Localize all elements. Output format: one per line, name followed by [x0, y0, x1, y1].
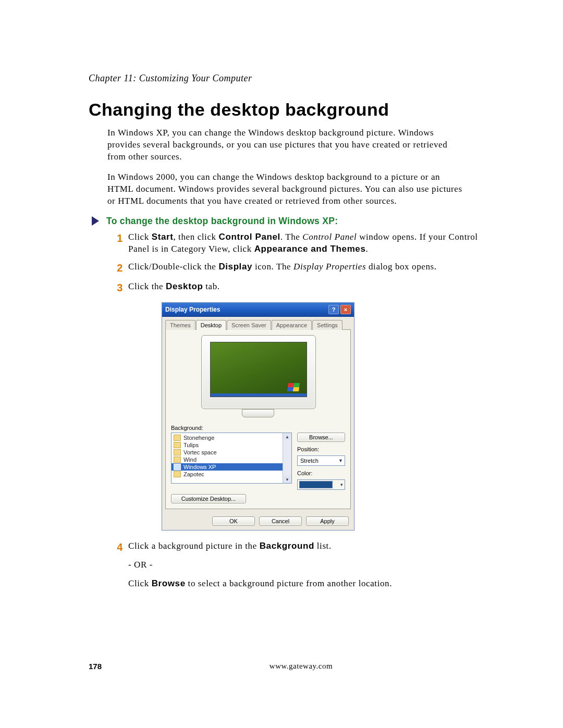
- monitor-screen: [210, 342, 307, 397]
- taskbar-preview: [211, 393, 307, 397]
- list-item[interactable]: Wind: [172, 456, 291, 463]
- text: Click the: [128, 281, 166, 291]
- step-4: 4 Click a background picture in the Back…: [109, 540, 500, 589]
- steps-list-cont: 4 Click a background picture in the Back…: [109, 540, 500, 589]
- ui-start: Start: [152, 232, 174, 242]
- windows-logo-icon: [287, 383, 300, 391]
- step-number: 2: [109, 261, 126, 275]
- ui-control-panel: Control Panel: [219, 232, 280, 242]
- text: , then click: [173, 232, 218, 242]
- text: to select a background picture from anot…: [186, 578, 392, 588]
- tab-themes[interactable]: Themes: [165, 320, 195, 330]
- text: .: [365, 244, 368, 254]
- window-control-panel: Control Panel: [302, 232, 357, 242]
- list-item-label: Vortec space: [183, 449, 217, 455]
- ui-display: Display: [218, 262, 252, 272]
- tab-desktop[interactable]: Desktop: [196, 320, 226, 330]
- step-3: 3 Click the Desktop tab.: [109, 280, 500, 295]
- play-arrow-icon: [92, 216, 99, 226]
- image-icon: [174, 435, 181, 441]
- text: icon. The: [252, 262, 293, 272]
- browse-button[interactable]: Browse...: [297, 433, 345, 442]
- step-alt: Click Browse to select a background pict…: [128, 577, 483, 590]
- chevron-down-icon: ▼: [338, 458, 343, 463]
- text: Click/Double-click the: [128, 262, 218, 272]
- step-2: 2 Click/Double-click the Display icon. T…: [109, 261, 500, 275]
- task-title: To change the desktop background in Wind…: [106, 216, 338, 227]
- color-label: Color:: [297, 470, 345, 476]
- dialog-screenshot: Display Properties ? × Themes Desktop Sc…: [162, 302, 500, 530]
- background-listbox[interactable]: Stonehenge Tulips Vortec space Wind Wind…: [171, 433, 292, 484]
- side-controls: Browse... Position: Stretch ▼ Color: ▾: [297, 433, 345, 490]
- monitor-preview: [201, 335, 315, 418]
- list-item-selected[interactable]: Windows XP: [172, 463, 291, 471]
- monitor-body: [201, 335, 316, 409]
- list-item[interactable]: Tulips: [172, 441, 291, 449]
- close-button[interactable]: ×: [340, 305, 351, 314]
- step-number: 3: [109, 280, 126, 295]
- section-title: Changing the desktop background: [89, 100, 500, 120]
- chevron-down-icon: ▾: [340, 482, 343, 487]
- list-item-label: Wind: [183, 456, 197, 463]
- intro-paragraph-2: In Windows 2000, you can change the Wind…: [107, 171, 467, 207]
- or-separator: - OR -: [128, 559, 483, 571]
- step-number: 1: [109, 231, 126, 256]
- position-value: Stretch: [300, 458, 319, 464]
- tab-screen-saver[interactable]: Screen Saver: [227, 320, 271, 330]
- text: Click a background picture in the: [128, 541, 260, 551]
- text: . The: [280, 232, 302, 242]
- ui-appearance-themes: Appearance and Themes: [254, 244, 366, 254]
- scroll-down-icon[interactable]: ▼: [283, 476, 291, 483]
- dialog-titlebar[interactable]: Display Properties ? ×: [162, 303, 354, 317]
- page-footer: 178 www.gateway.com: [89, 662, 500, 671]
- list-item-label: Windows XP: [183, 464, 216, 470]
- ui-browse: Browse: [152, 578, 186, 588]
- color-swatch-box: [299, 481, 333, 488]
- scrollbar[interactable]: ▲ ▼: [283, 433, 291, 483]
- text: list.: [314, 541, 332, 551]
- step-body: Click the Desktop tab.: [128, 280, 483, 295]
- position-select[interactable]: Stretch ▼: [297, 455, 345, 466]
- image-icon: [174, 456, 181, 463]
- customize-desktop-button[interactable]: Customize Desktop...: [171, 494, 246, 503]
- list-item-label: Tulips: [183, 442, 199, 448]
- manual-page: Chapter 11: Customizing Your Computer Ch…: [0, 0, 563, 728]
- list-item[interactable]: Vortec space: [172, 449, 291, 456]
- ok-button[interactable]: OK: [212, 516, 255, 526]
- color-picker[interactable]: ▾: [297, 479, 345, 490]
- list-item-label: Stonehenge: [183, 435, 214, 441]
- dialog-title-text: Display Properties: [165, 306, 220, 313]
- tab-appearance[interactable]: Appearance: [272, 320, 312, 330]
- chapter-heading: Chapter 11: Customizing Your Computer: [89, 73, 500, 84]
- image-icon: [174, 471, 181, 477]
- cancel-button[interactable]: Cancel: [259, 516, 302, 526]
- steps-list: 1 Click Start, then click Control Panel.…: [109, 231, 500, 295]
- step-number: 4: [109, 540, 126, 589]
- step-body: Click Start, then click Control Panel. T…: [128, 231, 483, 256]
- text: Click: [128, 578, 152, 588]
- page-number: 178: [89, 662, 102, 671]
- scroll-up-icon[interactable]: ▲: [283, 433, 291, 440]
- ui-desktop-tab: Desktop: [166, 281, 203, 291]
- list-item[interactable]: Stonehenge: [172, 434, 291, 441]
- footer-url: www.gateway.com: [102, 662, 500, 671]
- task-heading-row: To change the desktop background in Wind…: [89, 216, 500, 227]
- list-item-label: Zapotec: [183, 471, 204, 477]
- ui-background-list: Background: [260, 541, 314, 551]
- image-icon: [174, 442, 181, 448]
- image-icon: [174, 449, 181, 455]
- display-properties-dialog: Display Properties ? × Themes Desktop Sc…: [162, 302, 354, 530]
- tab-strip: Themes Desktop Screen Saver Appearance S…: [162, 317, 354, 330]
- step-1: 1 Click Start, then click Control Panel.…: [109, 231, 500, 256]
- tab-panel-desktop: Background: Stonehenge Tulips Vortec spa…: [165, 329, 351, 509]
- help-button[interactable]: ?: [328, 305, 339, 314]
- dialog-footer: OK Cancel Apply: [162, 512, 354, 530]
- position-label: Position:: [297, 446, 345, 452]
- intro-paragraph-1: In Windows XP, you can change the Window…: [107, 127, 467, 163]
- apply-button[interactable]: Apply: [306, 516, 349, 526]
- list-item[interactable]: Zapotec: [172, 471, 291, 478]
- tab-settings[interactable]: Settings: [312, 320, 342, 330]
- background-label: Background:: [171, 425, 345, 431]
- step-body: Click/Double-click the Display icon. The…: [128, 261, 483, 275]
- text: Click: [128, 232, 152, 242]
